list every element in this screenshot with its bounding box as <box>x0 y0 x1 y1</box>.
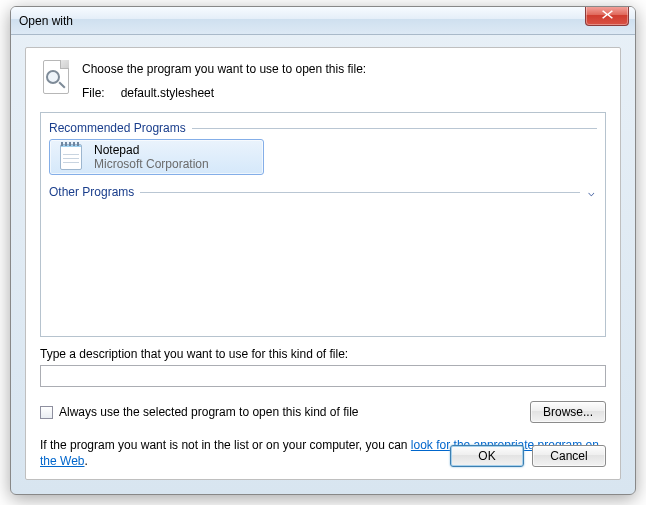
chevron-down-icon: ⌵ <box>586 186 597 199</box>
file-name: default.stylesheet <box>121 86 214 100</box>
close-icon <box>601 9 614 23</box>
unknown-file-icon <box>40 60 72 100</box>
dialog-window: Open with Choose the program you want to… <box>10 6 636 495</box>
header-text: Choose the program you want to use to op… <box>82 60 606 100</box>
section-label: Other Programs <box>49 185 134 199</box>
hint-suffix: . <box>84 454 87 468</box>
dialog-footer: OK Cancel <box>450 445 606 467</box>
header-row: Choose the program you want to use to op… <box>40 60 606 100</box>
recommended-programs-header: Recommended Programs <box>49 121 597 135</box>
browse-button[interactable]: Browse... <box>530 401 606 423</box>
file-label: File: <box>82 86 105 100</box>
program-text: Notepad Microsoft Corporation <box>94 143 209 171</box>
button-label: Cancel <box>550 449 587 463</box>
button-label: Browse... <box>543 405 593 419</box>
program-name: Notepad <box>94 143 209 157</box>
program-list: Recommended Programs Notepad Microsoft C… <box>40 112 606 337</box>
section-label: Recommended Programs <box>49 121 186 135</box>
description-input[interactable] <box>40 365 606 387</box>
window-title: Open with <box>19 14 73 28</box>
always-use-label: Always use the selected program to open … <box>59 405 359 419</box>
close-button[interactable] <box>585 6 629 26</box>
hint-prefix: If the program you want is not in the li… <box>40 438 411 452</box>
divider <box>192 128 597 129</box>
description-label: Type a description that you want to use … <box>40 347 606 361</box>
button-label: OK <box>478 449 495 463</box>
ok-button[interactable]: OK <box>450 445 524 467</box>
cancel-button[interactable]: Cancel <box>532 445 606 467</box>
program-item-notepad[interactable]: Notepad Microsoft Corporation <box>49 139 264 175</box>
program-publisher: Microsoft Corporation <box>94 157 209 171</box>
titlebar[interactable]: Open with <box>11 7 635 35</box>
dialog-body: Choose the program you want to use to op… <box>25 47 621 480</box>
always-use-checkbox[interactable]: Always use the selected program to open … <box>40 405 359 419</box>
checkbox-icon <box>40 406 53 419</box>
notepad-icon <box>56 142 86 172</box>
divider <box>140 192 580 193</box>
choose-program-label: Choose the program you want to use to op… <box>82 62 606 76</box>
other-programs-header[interactable]: Other Programs ⌵ <box>49 185 597 199</box>
